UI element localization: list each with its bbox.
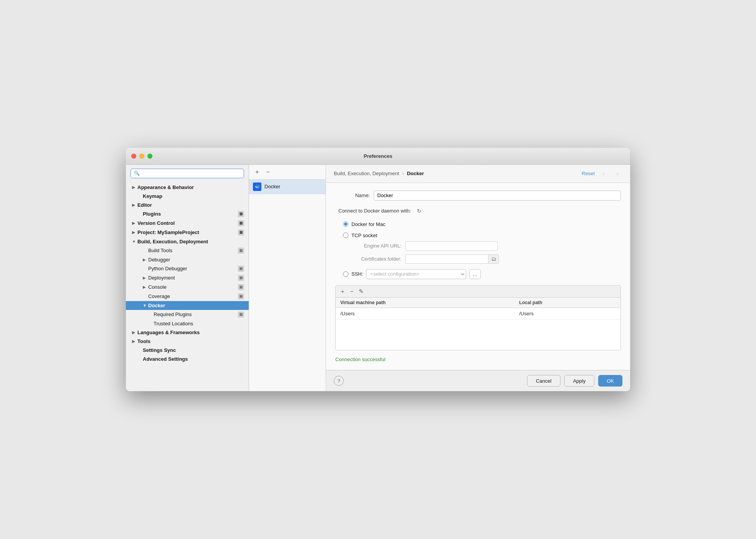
- add-docker-button[interactable]: +: [253, 168, 261, 176]
- sidebar-item-keymap[interactable]: Keymap: [126, 192, 249, 201]
- folder-input-wrap: 🗂: [405, 254, 499, 264]
- ssh-row: <select configuration> ...: [366, 269, 481, 279]
- name-input[interactable]: [374, 191, 621, 201]
- sidebar-item-label: Build Tools: [148, 248, 172, 253]
- certificates-row: Certificates folder: 🗂: [351, 254, 621, 264]
- certificates-input[interactable]: [405, 254, 488, 264]
- forward-button[interactable]: ›: [612, 169, 622, 178]
- sidebar-item-deployment[interactable]: ▶ Deployment ⊞: [126, 273, 249, 283]
- minimize-button[interactable]: [139, 154, 144, 159]
- sidebar-item-required-plugins[interactable]: Required Plugins ⊞: [126, 310, 249, 319]
- sidebar-item-label: Coverage: [148, 293, 170, 299]
- back-button[interactable]: ‹: [599, 169, 609, 178]
- vm-path-cell: /Users: [336, 308, 515, 319]
- col-vm-path: Virtual machine path: [336, 298, 515, 308]
- reset-button[interactable]: Reset: [582, 171, 595, 176]
- search-input[interactable]: [142, 171, 241, 176]
- name-label: Name:: [335, 192, 370, 198]
- chevron-icon: ▶: [132, 203, 137, 207]
- sidebar-item-docker[interactable]: ▼ Docker: [126, 301, 249, 310]
- remove-docker-button[interactable]: −: [264, 168, 272, 176]
- sidebar-item-label: Version Control: [137, 220, 175, 226]
- main-content: 🔍 ▶ Appearance & Behavior Keymap ▶ Edito…: [126, 165, 630, 392]
- search-icon: 🔍: [134, 171, 140, 176]
- path-mappings-table-section: + − ✎ Virtual machine path Local path: [335, 285, 621, 351]
- chevron-icon: ▶: [143, 276, 148, 280]
- connect-row: Connect to Docker daemon with: ↻: [335, 207, 621, 215]
- breadcrumb: Build, Execution, Deployment › Docker: [334, 171, 424, 176]
- sidebar-item-label: Deployment: [148, 275, 175, 281]
- name-row: Name:: [335, 191, 621, 201]
- sidebar-item-label: Python Debugger: [148, 266, 187, 271]
- header-actions: Reset ‹ ›: [582, 169, 622, 178]
- sidebar-item-coverage[interactable]: Coverage ⊞: [126, 292, 249, 301]
- sidebar-item-label: Tools: [137, 338, 151, 344]
- engine-api-input[interactable]: [405, 241, 498, 251]
- tcp-socket-radio[interactable]: [343, 233, 348, 238]
- tcp-socket-option[interactable]: TCP socket: [343, 233, 621, 238]
- ssh-dots-button[interactable]: ...: [469, 269, 481, 279]
- docker-for-mac-label: Docker for Mac: [351, 221, 385, 227]
- search-box[interactable]: 🔍: [130, 169, 244, 178]
- middle-toolbar: + −: [249, 165, 326, 180]
- sidebar-item-label: Editor: [137, 202, 152, 208]
- sidebar-item-label: Docker: [148, 303, 165, 308]
- window-title: Preferences: [364, 153, 392, 159]
- sidebar-item-label: Languages & Frameworks: [137, 330, 200, 335]
- docker-item-label: Docker: [264, 184, 280, 189]
- sidebar-item-label: Build, Execution, Deployment: [137, 239, 208, 244]
- maximize-button[interactable]: [147, 154, 152, 159]
- table-edit-button[interactable]: ✎: [357, 288, 365, 295]
- sidebar-item-build[interactable]: ▼ Build, Execution, Deployment: [126, 237, 249, 246]
- radio-group: Docker for Mac TCP socket Engine API URL…: [335, 221, 621, 279]
- chevron-icon: ▶: [143, 285, 148, 289]
- sidebar-item-advanced-settings[interactable]: Advanced Settings: [126, 355, 249, 363]
- docker-list-item[interactable]: 🐳 Docker: [249, 180, 326, 194]
- chevron-icon: ▶: [132, 339, 137, 343]
- right-body: Name: Connect to Docker daemon with: ↻ D…: [326, 183, 630, 370]
- badge-icon: ⊞: [238, 284, 244, 290]
- traffic-lights: [131, 154, 152, 159]
- apply-button[interactable]: Apply: [564, 375, 595, 387]
- badge-icon: ⊞: [238, 266, 244, 272]
- sidebar-item-project[interactable]: ▶ Project: MySampleProject ⊞: [126, 228, 249, 237]
- ssh-select[interactable]: <select configuration>: [366, 269, 466, 279]
- table-remove-button[interactable]: −: [348, 288, 356, 295]
- middle-panel: + − 🐳 Docker: [249, 165, 326, 392]
- refresh-button[interactable]: ↻: [415, 207, 423, 215]
- docker-for-mac-option[interactable]: Docker for Mac: [343, 221, 621, 227]
- sidebar-item-version-control[interactable]: ▶ Version Control ⊞: [126, 219, 249, 228]
- sidebar-item-settings-sync[interactable]: Settings Sync: [126, 346, 249, 355]
- sidebar-item-debugger[interactable]: ▶ Debugger: [126, 255, 249, 264]
- sidebar-item-label: Trusted Locations: [154, 321, 193, 326]
- cancel-button[interactable]: Cancel: [527, 375, 560, 387]
- sidebar-item-editor[interactable]: ▶ Editor: [126, 201, 249, 209]
- sidebar-item-tools[interactable]: ▶ Tools: [126, 337, 249, 346]
- sidebar-item-python-debugger[interactable]: Python Debugger ⊞: [126, 264, 249, 273]
- table-add-button[interactable]: +: [339, 288, 346, 295]
- sidebar-item-languages[interactable]: ▶ Languages & Frameworks: [126, 328, 249, 337]
- ok-button[interactable]: OK: [598, 375, 622, 387]
- certificates-label: Certificates folder:: [351, 256, 401, 262]
- close-button[interactable]: [131, 154, 136, 159]
- path-mappings-table: Virtual machine path Local path /Users /…: [336, 298, 621, 350]
- help-button[interactable]: ?: [334, 376, 344, 386]
- titlebar: Preferences: [126, 148, 630, 165]
- sidebar-item-build-tools[interactable]: Build Tools ⊞: [126, 246, 249, 255]
- ssh-radio[interactable]: [343, 271, 348, 277]
- sidebar-item-label: Debugger: [148, 257, 170, 263]
- sidebar-item-console[interactable]: ▶ Console ⊞: [126, 283, 249, 292]
- sidebar-item-label: Plugins: [143, 211, 161, 217]
- ssh-option[interactable]: SSH: <select configuration> ...: [343, 269, 621, 279]
- chevron-icon: ▶: [132, 221, 137, 225]
- sidebar-item-plugins[interactable]: Plugins ⊞: [126, 209, 249, 219]
- browse-folder-button[interactable]: 🗂: [488, 254, 499, 264]
- status-text: Connection successful: [335, 357, 621, 362]
- col-local-path: Local path: [515, 298, 621, 308]
- sidebar-item-trusted-locations[interactable]: Trusted Locations: [126, 319, 249, 328]
- docker-for-mac-radio[interactable]: [343, 221, 348, 227]
- sidebar-item-appearance[interactable]: ▶ Appearance & Behavior: [126, 183, 249, 192]
- right-panel: Build, Execution, Deployment › Docker Re…: [326, 165, 630, 392]
- sidebar-item-label: Appearance & Behavior: [137, 184, 194, 190]
- sidebar: 🔍 ▶ Appearance & Behavior Keymap ▶ Edito…: [126, 165, 249, 392]
